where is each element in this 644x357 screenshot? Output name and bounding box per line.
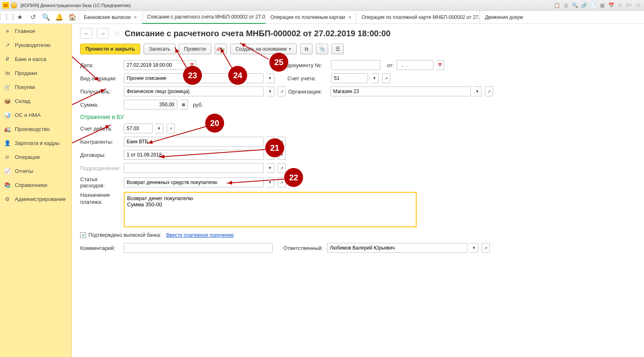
- sidebar-item-main[interactable]: ≡Главное: [0, 24, 72, 38]
- contractor-open-icon[interactable]: ↗: [278, 137, 286, 147]
- debit-dropdown-icon[interactable]: ▼: [155, 124, 163, 133]
- contract-label: Договоры:: [80, 152, 121, 158]
- org-open-icon[interactable]: ↗: [485, 86, 493, 96]
- contract-dropdown-icon[interactable]: ▼: [266, 150, 274, 160]
- subdiv-open-icon[interactable]: ↗: [278, 163, 286, 173]
- org-dropdown-icon[interactable]: ▼: [473, 86, 482, 96]
- tab-card-ops[interactable]: Операции по платежным картам×: [266, 11, 357, 24]
- tab-bank-statements[interactable]: Банковские выписки×: [79, 11, 142, 24]
- recipient-open-icon[interactable]: ↗: [278, 86, 286, 96]
- sidebar-item-bank[interactable]: ₽Банк и касса: [0, 52, 72, 66]
- tb-icon-cal[interactable]: 📅: [608, 2, 614, 9]
- nav-circle-button[interactable]: [11, 2, 17, 9]
- home-icon[interactable]: 🏠: [66, 11, 79, 24]
- tb-icon-link[interactable]: 🔗: [581, 2, 587, 9]
- tb-icon-m2[interactable]: M: [635, 2, 642, 9]
- search-icon[interactable]: 🔍: [39, 11, 53, 24]
- tb-icon-search[interactable]: 🔍: [572, 2, 578, 9]
- sidebar-item-label: Зарплата и кадры: [15, 140, 60, 146]
- op-type-input[interactable]: [124, 73, 264, 83]
- sidebar-item-reports[interactable]: 📈Отчеты: [0, 164, 72, 178]
- account-open-icon[interactable]: ↗: [382, 73, 390, 83]
- favorite-star-icon[interactable]: ☆: [113, 28, 120, 38]
- enter-payment-link[interactable]: Ввести платежное поручение: [166, 232, 234, 238]
- tb-icon-print[interactable]: 🖨: [563, 2, 569, 9]
- expense-open-icon[interactable]: ↗: [278, 177, 286, 187]
- op-type-dropdown-icon[interactable]: ▼: [266, 73, 274, 83]
- doc-number-input[interactable]: [331, 60, 380, 70]
- history-icon[interactable]: ↺: [26, 11, 39, 24]
- contractor-dropdown-icon[interactable]: ▼: [266, 137, 274, 147]
- contract-open-icon[interactable]: ↗: [278, 150, 286, 160]
- responsible-input[interactable]: [327, 243, 468, 253]
- sum-input[interactable]: [124, 100, 177, 110]
- sum-calc-icon[interactable]: ▦: [180, 100, 188, 110]
- account-dropdown-icon[interactable]: ▼: [371, 73, 379, 83]
- sidebar-item-salary[interactable]: 👤Зарплата и кадры: [0, 136, 72, 150]
- contractor-input[interactable]: [124, 137, 264, 147]
- account-input[interactable]: [331, 73, 368, 83]
- structure-button[interactable]: ⧉: [300, 44, 313, 54]
- sidebar-item-sales[interactable]: 🛍Продажи: [0, 66, 72, 80]
- sidebar-item-assets[interactable]: 📊ОС и НМА: [0, 108, 72, 122]
- sidebar-item-warehouse[interactable]: 📦Склад: [0, 94, 72, 108]
- close-icon[interactable]: ×: [134, 14, 137, 20]
- sidebar-item-purchases[interactable]: 🛒Покупки: [0, 80, 72, 94]
- save-button[interactable]: Записать: [144, 44, 175, 54]
- bu-section-title: Отражение в БУ: [80, 114, 636, 120]
- expense-input[interactable]: [124, 177, 264, 187]
- chart-icon: ↗: [4, 42, 11, 48]
- debit-open-icon[interactable]: ↗: [167, 124, 175, 133]
- sidebar-item-production[interactable]: 🚛Производство: [0, 122, 72, 136]
- org-input[interactable]: [330, 86, 471, 96]
- close-icon[interactable]: ×: [348, 14, 351, 20]
- list-button[interactable]: ☰: [331, 44, 344, 54]
- comment-input[interactable]: [124, 243, 273, 253]
- expense-dropdown-icon[interactable]: ▼: [266, 177, 274, 187]
- tab-movements[interactable]: Движения докум: [480, 11, 528, 24]
- purpose-textarea[interactable]: [124, 192, 417, 227]
- tb-icon-1[interactable]: 📋: [554, 2, 560, 9]
- contract-input[interactable]: [124, 150, 264, 160]
- op-type-label: Вид операции:: [80, 75, 121, 82]
- main-toolbar: ⋮⋮⋮ ★ ↺ 🔍 🔔 🏠 Банковские выписки× Списан…: [0, 11, 644, 24]
- ot-date-input[interactable]: [396, 60, 433, 70]
- subdiv-input[interactable]: [124, 163, 264, 173]
- recipient-label: Получатель:: [80, 89, 121, 95]
- confirmed-checkbox[interactable]: ✓: [80, 232, 86, 238]
- recipient-dropdown-icon[interactable]: ▼: [266, 86, 274, 96]
- sidebar-item-label: Банк и касса: [15, 56, 46, 62]
- tb-icon-m[interactable]: M: [617, 2, 623, 9]
- contractor-label: Контрагенты:: [80, 139, 121, 145]
- date-input[interactable]: [124, 60, 185, 70]
- recipient-input[interactable]: [124, 86, 264, 96]
- sidebar-item-operations[interactable]: ДтОперации: [0, 150, 72, 164]
- tab-writeoff[interactable]: Списание с расчетного счета МНБП-000002 …: [142, 11, 266, 24]
- sidebar-item-manager[interactable]: ↗Руководителю: [0, 38, 72, 52]
- apps-icon[interactable]: ⋮⋮⋮: [0, 11, 13, 24]
- sidebar-item-admin[interactable]: ⚙Администрирование: [0, 192, 72, 206]
- tb-icon-grid[interactable]: ▦: [599, 2, 605, 9]
- ot-date-picker-icon[interactable]: 📅: [436, 60, 444, 70]
- post-button[interactable]: Провести: [179, 44, 211, 54]
- bell-icon[interactable]: 🔔: [53, 11, 66, 24]
- post-close-button[interactable]: Провести и закрыть: [80, 44, 140, 54]
- dtkt-button[interactable]: ДтКт: [215, 44, 227, 54]
- tb-icon-doc[interactable]: 📄: [590, 2, 596, 9]
- date-label: Дата:: [80, 62, 121, 68]
- tb-icon-mplus[interactable]: M+: [626, 2, 632, 9]
- responsible-open-icon[interactable]: ↗: [482, 243, 490, 253]
- window-titlebar: 1C [КОПИЯ] Демонстрационная база (1С:Пре…: [0, 0, 644, 11]
- create-based-button[interactable]: Создать на основании ▼: [230, 44, 297, 54]
- debit-input[interactable]: [124, 124, 153, 133]
- sidebar-item-references[interactable]: 📚Справочники: [0, 178, 72, 192]
- responsible-label: Ответственный:: [283, 245, 324, 251]
- star-icon[interactable]: ★: [13, 11, 26, 24]
- attach-button[interactable]: 📎: [316, 44, 328, 54]
- nav-back-button[interactable]: ←: [80, 28, 93, 39]
- nav-forward-button[interactable]: →: [97, 28, 109, 39]
- tab-card-op-detail[interactable]: Операция по платежной карте МНБП-000002 …: [357, 11, 480, 24]
- subdiv-dropdown-icon[interactable]: ▼: [266, 163, 274, 173]
- responsible-dropdown-icon[interactable]: ▼: [470, 243, 478, 253]
- date-picker-icon[interactable]: 📅: [188, 60, 196, 70]
